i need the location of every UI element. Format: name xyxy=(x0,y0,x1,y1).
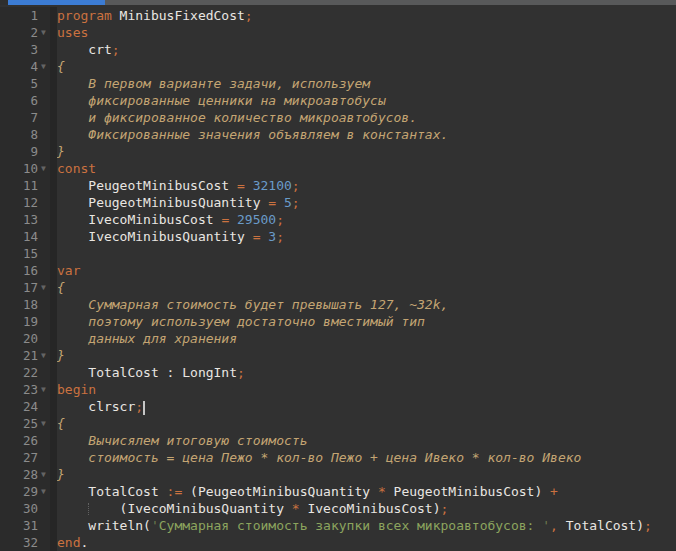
code-line[interactable] xyxy=(57,245,676,262)
code-line[interactable]: crt; xyxy=(57,41,676,58)
code-line-row: 24 clrscr; xyxy=(0,398,676,415)
fold-column xyxy=(40,228,57,245)
code-line-row: 14 IvecoMinibusQuantity = 3; xyxy=(0,228,676,245)
code-token: PeugeotMinibusCost xyxy=(57,178,237,193)
line-number: 24 xyxy=(0,398,40,415)
code-token: = xyxy=(237,178,245,193)
code-token: PeugeotMinibusCost) xyxy=(386,484,550,499)
line-number: 19 xyxy=(0,313,40,330)
code-line[interactable]: Фиксированные значения объявляем в конст… xyxy=(57,126,676,143)
code-line[interactable]: (IvecoMinibusQuantity * IvecoMinibusCost… xyxy=(57,500,676,517)
code-line-row: 6 фиксированные ценники на микроавтобусы xyxy=(0,92,676,109)
code-line-row: 8 Фиксированные значения объявляем в кон… xyxy=(0,126,676,143)
code-token: ; xyxy=(441,501,449,516)
code-line[interactable]: поэтому используем достаточно вместимый … xyxy=(57,313,676,330)
fold-arrow-icon[interactable]: ▼ xyxy=(40,160,57,177)
code-line[interactable]: фиксированные ценники на микроавтобусы xyxy=(57,92,676,109)
fold-arrow-icon[interactable]: ▼ xyxy=(40,415,57,432)
code-line-row: 17▼{ xyxy=(0,279,676,296)
code-line[interactable]: данных для хранения xyxy=(57,330,676,347)
code-line[interactable]: PeugeotMinibusCost = 32100; xyxy=(57,177,676,194)
code-token: Вычисялем итоговую стоимость xyxy=(57,433,307,448)
code-line[interactable]: begin xyxy=(57,381,676,398)
code-token: Фиксированные значения объявляем в конст… xyxy=(57,127,448,142)
fold-column xyxy=(40,211,57,228)
line-number: 29 xyxy=(0,483,40,500)
fold-column xyxy=(40,534,57,551)
code-token: } xyxy=(57,348,65,363)
code-line[interactable]: TotalCost := (PeugeotMinibusQuantity * P… xyxy=(57,483,676,500)
fold-arrow-icon[interactable]: ▼ xyxy=(40,466,57,483)
code-line[interactable]: const xyxy=(57,160,676,177)
fold-column xyxy=(40,432,57,449)
code-line-row: 28▼} xyxy=(0,466,676,483)
line-number: 17 xyxy=(0,279,40,296)
code-line-row: 32end. xyxy=(0,534,676,551)
fold-arrow-icon[interactable]: ▼ xyxy=(40,381,57,398)
code-token: begin xyxy=(57,382,96,397)
code-token: поэтому используем достаточно вместимый … xyxy=(57,314,425,329)
code-token: = xyxy=(253,229,261,244)
code-line-row: 19 поэтому используем достаточно вместим… xyxy=(0,313,676,330)
code-line[interactable]: var xyxy=(57,262,676,279)
code-line[interactable]: writeln('Суммарная стоимость закупки все… xyxy=(57,517,676,534)
code-line[interactable]: PeugeotMinibusQuantity = 5; xyxy=(57,194,676,211)
code-line-row: 2▼uses xyxy=(0,24,676,41)
code-line[interactable]: Суммарная стоимость будет превышать 127,… xyxy=(57,296,676,313)
code-line[interactable]: { xyxy=(57,58,676,75)
line-number: 3 xyxy=(0,41,40,58)
code-line[interactable]: IvecoMinibusCost = 29500; xyxy=(57,211,676,228)
code-token: (PeugeotMinibusQuantity xyxy=(182,484,378,499)
code-token: const xyxy=(57,161,96,176)
line-number: 7 xyxy=(0,109,40,126)
fold-arrow-icon[interactable]: ▼ xyxy=(40,58,57,75)
code-token: } xyxy=(57,467,65,482)
code-line[interactable]: } xyxy=(57,143,676,160)
code-line-row: 18 Суммарная стоимость будет превышать 1… xyxy=(0,296,676,313)
code-line-row: 30 (IvecoMinibusQuantity * IvecoMinibusC… xyxy=(0,500,676,517)
code-line[interactable]: и фиксированное количество микроавтобусо… xyxy=(57,109,676,126)
code-line[interactable]: TotalCost : LongInt; xyxy=(57,364,676,381)
code-line[interactable]: end. xyxy=(57,534,676,551)
code-line[interactable]: IvecoMinibusQuantity = 3; xyxy=(57,228,676,245)
fold-arrow-icon[interactable]: ▼ xyxy=(40,279,57,296)
code-line[interactable]: clrscr; xyxy=(57,398,676,415)
code-line-row: 9} xyxy=(0,143,676,160)
code-token: IvecoMinibusQuantity xyxy=(57,229,253,244)
code-line[interactable]: } xyxy=(57,347,676,364)
code-line[interactable]: program MinibusFixedCost; xyxy=(57,7,676,24)
line-number: 15 xyxy=(0,245,40,262)
line-number: 23 xyxy=(0,381,40,398)
code-line[interactable]: } xyxy=(57,466,676,483)
code-token: Суммарная стоимость будет превышать 127,… xyxy=(57,297,448,312)
code-line-row: 13 IvecoMinibusCost = 29500; xyxy=(0,211,676,228)
top-bar-notch xyxy=(0,0,8,5)
code-token xyxy=(245,178,253,193)
code-token: PeugeotMinibusQuantity xyxy=(57,195,268,210)
text-cursor xyxy=(143,401,145,415)
fold-column xyxy=(40,330,57,347)
code-token: ' xyxy=(151,518,159,533)
fold-arrow-icon[interactable]: ▼ xyxy=(40,483,57,500)
code-line[interactable]: В первом варианте задачи, используем xyxy=(57,75,676,92)
code-token: ; xyxy=(135,399,143,414)
line-number: 16 xyxy=(0,262,40,279)
fold-arrow-icon[interactable]: ▼ xyxy=(40,347,57,364)
horizontal-scrollbar-thumb[interactable] xyxy=(8,0,105,5)
code-token: TotalCost) xyxy=(558,518,644,533)
fold-column xyxy=(40,313,57,330)
code-line[interactable]: { xyxy=(57,279,676,296)
code-line[interactable]: Вычисялем итоговую стоимость xyxy=(57,432,676,449)
code-line[interactable]: стоимость = цена Пежо * кол-во Пежо + це… xyxy=(57,449,676,466)
code-token: writeln( xyxy=(57,518,151,533)
fold-arrow-icon[interactable]: ▼ xyxy=(40,24,57,41)
code-token: program xyxy=(57,8,112,23)
code-token: Суммарная стоимость закупки всех микроав… xyxy=(159,518,543,533)
code-editor[interactable]: 1program MinibusFixedCost;2▼uses3 crt;4▼… xyxy=(0,5,676,551)
code-line[interactable]: { xyxy=(57,415,676,432)
code-token: ' xyxy=(542,518,550,533)
code-line[interactable]: uses xyxy=(57,24,676,41)
line-number: 12 xyxy=(0,194,40,211)
code-token: фиксированные ценники на микроавтобусы xyxy=(57,93,386,108)
code-line-row: 27 стоимость = цена Пежо * кол-во Пежо +… xyxy=(0,449,676,466)
